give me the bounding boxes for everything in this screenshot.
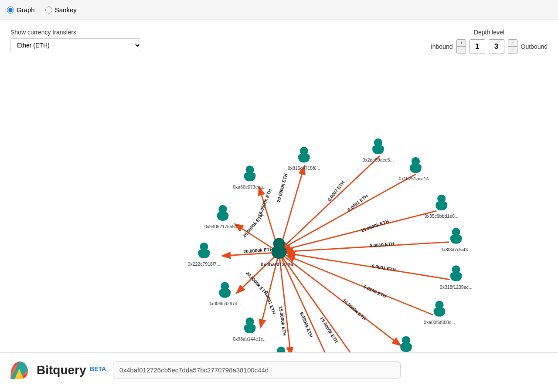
svg-text:0xa60c073eaa...: 0xa60c073eaa... — [233, 184, 267, 189]
currency-section: Show currency transfers Ether (ETH) Bitc… — [10, 29, 141, 52]
graph-svg: 20.0000k ETH 15.0000k ETH 20.0000k ETH 2… — [10, 61, 548, 352]
outbound-stepper[interactable]: + − — [508, 39, 517, 54]
svg-text:0x2de99aec5...: 0x2de99aec5... — [363, 157, 394, 162]
svg-text:0x16251aca14...: 0x16251aca14... — [399, 176, 433, 181]
sankey-label: Sankey — [55, 6, 77, 14]
outbound-minus-btn[interactable]: − — [508, 47, 517, 54]
inbound-stepper[interactable]: + − — [456, 39, 466, 54]
svg-text:15.0000k ETH: 15.0000k ETH — [360, 218, 390, 233]
node-n7[interactable]: 0x0fea2126f2... — [265, 347, 297, 352]
svg-text:0x35c9bbd1e0...: 0x35c9bbd1e0... — [425, 213, 459, 219]
graph-area: 20.0000k ETH 15.0000k ETH 20.0000k ETH 2… — [10, 61, 548, 352]
node-n14[interactable]: 0x35c9bbd1e0... — [425, 195, 459, 219]
svg-text:15.0000k ETH: 15.0000k ETH — [257, 188, 272, 217]
svg-text:0.0001 ETH: 0.0001 ETH — [264, 290, 277, 315]
svg-line-22 — [287, 253, 450, 280]
svg-text:0x815c4715f6...: 0x815c4715f6... — [288, 166, 320, 171]
graph-label: Graph — [17, 6, 35, 14]
node-n2[interactable]: 0xa60c073eaa... — [233, 166, 267, 190]
node-n12[interactable]: 0x318f1239ac... — [440, 265, 473, 290]
svg-point-45 — [277, 347, 285, 352]
bottom-bar: Bitquery BETA — [0, 352, 558, 387]
node-n1[interactable]: 0x815c4715f6... — [288, 147, 320, 171]
sankey-radio[interactable] — [45, 7, 52, 14]
node-n13[interactable]: 0x8f3d7c5cf3... — [441, 228, 472, 252]
outbound-plus-btn[interactable]: + — [508, 40, 517, 47]
inbound-value: 1 — [470, 39, 485, 54]
node-n15[interactable]: 0x16251aca14... — [399, 157, 433, 182]
svg-text:0x222c7918f7...: 0x222c7918f7... — [188, 261, 221, 267]
svg-text:20.0000k ETH: 20.0000k ETH — [242, 213, 265, 239]
bitquery-logo-icon — [9, 360, 30, 381]
svg-text:0.0010 ETH: 0.0010 ETH — [369, 241, 394, 248]
top-bar: Graph Sankey — [0, 0, 558, 20]
brand-name: Bitquery — [37, 363, 86, 377]
outbound-value: 3 — [489, 39, 504, 54]
svg-text:0x8f3d7c5cf3...: 0x8f3d7c5cf3... — [441, 247, 472, 252]
main-content: Show currency transfers Ether (ETH) Bitc… — [0, 20, 558, 352]
node-n4[interactable]: 0x222c7918f7... — [188, 243, 221, 267]
node-n10[interactable]: 0xbf4e47672b... — [390, 336, 422, 352]
controls-row: Show currency transfers Ether (ETH) Bitc… — [10, 29, 548, 54]
svg-text:0x4baf012726...: 0x4baf012726... — [261, 262, 297, 267]
inbound-label: Inbound — [431, 43, 453, 50]
brand-section: Bitquery BETA — [37, 363, 106, 377]
svg-text:0x54062176550...: 0x54062176550... — [204, 224, 241, 229]
currency-select[interactable]: Ether (ETH) Bitcoin (BTC) USDT USDC — [10, 38, 141, 52]
currency-label: Show currency transfers — [10, 29, 141, 36]
svg-text:0x318f1239ac...: 0x318f1239ac... — [440, 284, 473, 290]
svg-line-16 — [279, 253, 364, 352]
sankey-radio-label[interactable]: Sankey — [45, 6, 77, 14]
svg-text:15.0000k ETH: 15.0000k ETH — [319, 316, 339, 344]
svg-text:0.0001 ETH: 0.0001 ETH — [371, 263, 396, 273]
graph-radio[interactable] — [7, 7, 14, 14]
svg-text:20.0000k ETH: 20.0000k ETH — [276, 173, 288, 203]
svg-line-14 — [279, 253, 330, 352]
depth-section: Depth level Inbound + − 1 3 + − Outbound — [431, 29, 548, 54]
graph-radio-label[interactable]: Graph — [7, 6, 35, 14]
center-node[interactable]: 0x4baf012726... — [261, 238, 297, 267]
brand-beta: BETA — [90, 365, 106, 372]
address-input[interactable] — [113, 362, 401, 378]
outbound-label: Outbound — [521, 43, 548, 50]
svg-text:0x98ab144e1c...: 0x98ab144e1c... — [233, 336, 267, 341]
inbound-minus-btn[interactable]: − — [457, 47, 466, 54]
depth-controls: Inbound + − 1 3 + − Outbound — [431, 39, 548, 54]
inbound-plus-btn[interactable]: + — [457, 40, 466, 47]
node-n5[interactable]: 0xd06fcd267d... — [208, 282, 241, 306]
node-n3[interactable]: 0x54062176550... — [204, 205, 241, 230]
svg-text:0xd06fcd267d...: 0xd06fcd267d... — [208, 301, 241, 306]
svg-text:0xa00f6f808c...: 0xa00f6f808c... — [424, 320, 455, 325]
depth-title: Depth level — [474, 29, 504, 36]
node-n16[interactable]: 0x2de99aec5... — [363, 139, 394, 163]
svg-text:0.0100 ETH: 0.0100 ETH — [363, 284, 387, 299]
svg-text:10.0000k ETH: 10.0000k ETH — [342, 297, 367, 321]
